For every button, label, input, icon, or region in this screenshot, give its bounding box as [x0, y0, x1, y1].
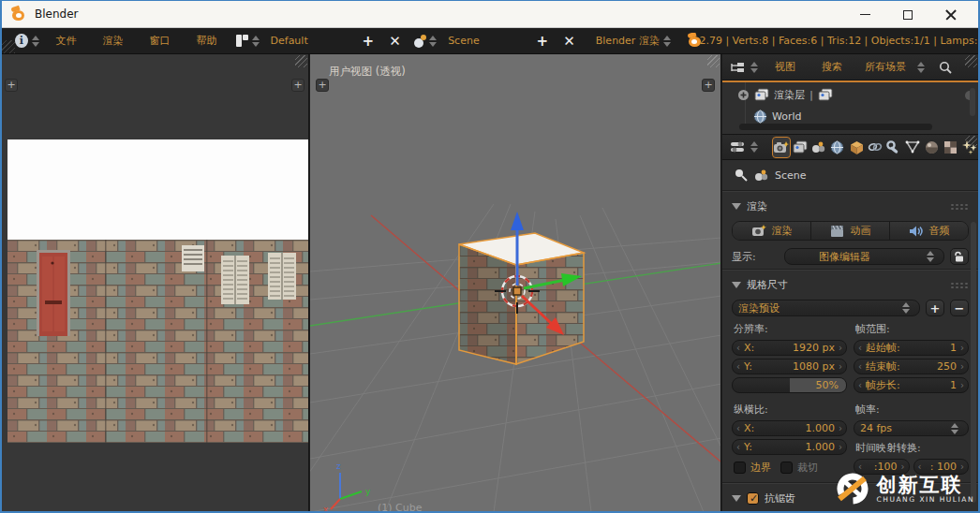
chevron-updown-icon [951, 423, 958, 434]
menu-help[interactable]: 帮助 [184, 34, 230, 48]
outliner-menu-search[interactable]: 搜索 [809, 60, 855, 74]
resize-grip-icon[interactable] [2, 40, 15, 53]
aspect-y-label: Y: [744, 441, 752, 453]
image-editor-expand-right-button[interactable]: + [291, 79, 304, 92]
tab-object[interactable] [848, 138, 865, 157]
titlebar: Blender [2, 1, 978, 28]
border-label: 边界 [750, 461, 771, 475]
image-editor-expand-left-button[interactable]: + [5, 79, 18, 92]
outliner-editor-stepper[interactable] [750, 62, 758, 73]
resolution-scale-slider[interactable]: 50% [732, 377, 847, 393]
tab-material[interactable] [924, 138, 941, 157]
area-corner-grip-icon[interactable] [295, 55, 307, 67]
border-checkbox[interactable]: 边界 [734, 461, 771, 475]
render-preset-dropdown[interactable]: 渲染预设 [732, 300, 920, 316]
watermark-subtitle: CHUANG XIN HULIAN [877, 495, 974, 504]
world-icon [753, 110, 767, 124]
viewport-expand-left-button[interactable]: + [316, 79, 329, 92]
preset-add-button[interactable]: + [926, 300, 944, 316]
resolution-x-value: 1920 px [793, 342, 835, 354]
frame-end-field[interactable]: ‹结束帧:250› [854, 359, 969, 374]
menu-render[interactable]: 渲染 [90, 34, 137, 48]
lock-interface-button[interactable] [950, 248, 969, 265]
screen-layout-icon[interactable] [236, 35, 248, 47]
outliner-menu-view[interactable]: 视图 [762, 60, 809, 74]
tab-render-layers[interactable] [792, 138, 809, 157]
preset-remove-button[interactable]: − [950, 300, 969, 316]
outliner-tree[interactable]: 渲染层 | World [722, 81, 978, 135]
stats-text: v2.79 | Verts:8 | Faces:6 | Tris:12 | Ob… [693, 35, 978, 47]
outliner-horizontal-scrollbar[interactable] [739, 124, 932, 130]
scene-add-button[interactable]: + [529, 33, 557, 50]
layout-stepper[interactable] [252, 36, 260, 47]
area-corner-grip-icon[interactable] [707, 55, 720, 67]
engine-stepper[interactable] [663, 36, 671, 47]
dimensions-panel-title: 规格尺寸 [747, 278, 788, 292]
scene-selector[interactable]: Scene [448, 35, 528, 47]
image-editor[interactable]: + + [2, 54, 309, 512]
frame-start-field[interactable]: ‹起始帧:1› [854, 340, 969, 356]
scene-crumb-icon [754, 169, 769, 182]
layout-add-button[interactable]: + [355, 33, 382, 50]
render-panel-header[interactable]: 渲染 [722, 194, 978, 219]
animation-button[interactable]: 动画 [811, 222, 890, 240]
outliner-row-renderlayers[interactable]: 渲染层 | [737, 88, 833, 102]
render-engine-selector[interactable]: Blender 渲染 [596, 34, 660, 48]
tab-scene[interactable] [810, 138, 827, 157]
viewport-canvas[interactable]: z y x 用户视图 (透视) (1) Cube [310, 54, 721, 512]
tab-data[interactable] [904, 138, 921, 157]
outliner-row-world[interactable]: World [753, 110, 802, 124]
antialias-checkbox[interactable] [747, 492, 759, 505]
close-button[interactable] [929, 1, 973, 28]
display-dropdown[interactable]: 图像编辑器 [784, 248, 944, 265]
expand-plus-icon[interactable] [737, 89, 750, 101]
properties-editor-icon[interactable] [730, 140, 745, 154]
viewport-expand-right-button[interactable]: + [702, 79, 715, 92]
render-button[interactable]: 渲染 [733, 222, 811, 240]
area-corner-grip-icon[interactable] [965, 136, 977, 148]
resolution-y-field[interactable]: ‹Y:1080 px› [732, 359, 847, 374]
cube-object[interactable] [459, 233, 584, 364]
pin-icon[interactable] [734, 168, 749, 183]
resolution-x-field[interactable]: ‹X:1920 px› [732, 340, 847, 356]
maximize-button[interactable] [886, 1, 929, 28]
editor-type-stepper[interactable] [32, 36, 39, 47]
panel-grip-icon[interactable] [950, 203, 969, 211]
outliner-filter-stepper[interactable] [917, 62, 925, 73]
audio-button[interactable]: 音频 [890, 222, 968, 240]
clapperboard-icon [830, 225, 845, 238]
aspect-x-field[interactable]: ‹X:1.000› [732, 420, 847, 436]
dimensions-panel-header[interactable]: 规格尺寸 [722, 272, 978, 298]
frame-step-field[interactable]: ‹帧步长:1› [854, 377, 969, 393]
dimensions-grid-top: 分辨率: ‹X:1920 px› ‹Y:1080 px› 50% 帧范围: ‹起… [722, 318, 978, 395]
window-title: Blender [35, 7, 79, 21]
layout-delete-button[interactable]: ✕ [381, 33, 408, 50]
tab-world[interactable] [829, 138, 846, 157]
scene-datablock-icon[interactable] [412, 35, 425, 48]
render-buttons-row: 渲染 动画 音频 [732, 221, 969, 241]
area-corner-grip-icon[interactable] [965, 55, 977, 67]
outliner-editor-icon[interactable] [730, 61, 747, 74]
outliner-filter-dropdown[interactable]: 所有场景 [865, 60, 906, 74]
properties-editor-stepper[interactable] [750, 141, 758, 153]
tab-constraints[interactable] [867, 138, 883, 157]
crop-checkbox[interactable]: 裁切 [780, 461, 818, 475]
scene-stepper[interactable] [429, 36, 437, 47]
editor-type-info-icon[interactable]: i [15, 34, 28, 48]
tab-texture[interactable] [943, 138, 959, 157]
fps-dropdown[interactable]: 24 fps [854, 420, 969, 436]
aspect-y-field[interactable]: ‹Y:1.000› [732, 439, 847, 455]
properties-scrollbar[interactable] [971, 222, 976, 503]
tab-modifiers[interactable] [885, 138, 902, 157]
search-icon[interactable] [938, 60, 953, 75]
tab-render[interactable] [773, 138, 790, 157]
menu-file[interactable]: 文件 [43, 34, 90, 48]
menu-window[interactable]: 窗口 [137, 34, 184, 48]
minimize-button[interactable] [843, 1, 886, 28]
panel-grip-icon[interactable] [950, 282, 969, 289]
scene-delete-button[interactable]: ✕ [556, 33, 583, 50]
manipulator-z-arrow[interactable] [511, 212, 524, 230]
outliner-vertical-scrollbar[interactable] [970, 88, 975, 116]
viewport-3d[interactable]: z y x 用户视图 (透视) (1) Cube + + [310, 54, 721, 512]
layout-selector[interactable]: Default [271, 35, 355, 47]
